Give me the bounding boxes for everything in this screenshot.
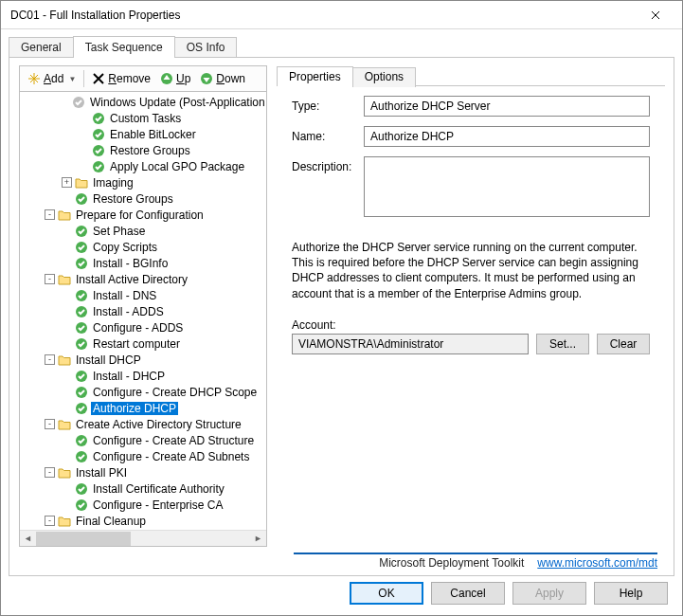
tab-os-info[interactable]: OS Info [174, 37, 238, 59]
tree-node[interactable]: Custom Tasks [22, 110, 267, 126]
close-icon [651, 10, 660, 20]
tree-node[interactable]: Install - ADDS [22, 303, 267, 319]
toolbar-separator [83, 70, 84, 87]
add-button[interactable]: Add ▼ [24, 70, 80, 87]
tree-node-label: Restore Groups [91, 192, 175, 206]
check-green-icon [74, 401, 88, 415]
tree-node[interactable]: Install Certificate Authority [22, 480, 267, 497]
tree-node[interactable]: Enable BitLocker [22, 126, 267, 142]
tree-connector [62, 387, 72, 397]
tree-node[interactable]: +Imaging [22, 174, 267, 190]
tree-node[interactable]: Apply Local GPO Package [22, 158, 267, 174]
properties-panel: Type: Name: Description: Authorize the D… [277, 96, 665, 575]
up-button[interactable]: Up [156, 70, 194, 87]
down-button[interactable]: Down [196, 70, 249, 87]
tree-connector [62, 499, 72, 510]
tree-node[interactable]: -Create Active Directory Structure [22, 416, 267, 432]
expand-icon[interactable]: + [62, 177, 72, 188]
tree-node[interactable]: Configure - ADDS [22, 319, 267, 335]
tree-node[interactable]: Configure - Create AD Structure [22, 432, 267, 448]
check-green-icon [74, 385, 88, 399]
tab-options[interactable]: Options [352, 67, 416, 87]
tab-general[interactable]: General [9, 37, 74, 59]
scroll-track[interactable] [36, 531, 250, 547]
tree-node-label: Imaging [91, 176, 135, 190]
tree-node[interactable]: Install - DNS [22, 287, 267, 303]
name-field[interactable] [364, 126, 650, 147]
check-green-icon [74, 256, 88, 270]
tree-node[interactable]: Configure - Enterprise CA [22, 497, 267, 513]
scroll-left-icon[interactable]: ◄ [20, 531, 36, 547]
tree-node-label: Windows Update (Post-Application Ins [88, 96, 267, 109]
scroll-right-icon[interactable]: ► [250, 531, 266, 547]
close-button[interactable] [637, 2, 674, 28]
tree-connector [62, 258, 72, 268]
description-field[interactable] [364, 156, 650, 217]
tree-node[interactable]: -Final Cleanup [22, 513, 267, 529]
check-green-icon [74, 191, 88, 206]
tree-connector [62, 242, 72, 252]
right-pane: Properties Options Type: Name: Descripti… [277, 65, 665, 566]
folder-icon [57, 465, 71, 480]
collapse-icon[interactable]: - [45, 419, 55, 429]
inner-tabs: Properties Options [277, 65, 665, 86]
tree-node-label: Copy Scripts [91, 241, 159, 254]
collapse-icon[interactable]: - [45, 209, 55, 220]
collapse-icon[interactable]: - [45, 516, 55, 526]
check-green-icon [74, 336, 88, 351]
tree-connector [79, 113, 89, 123]
folder-icon [57, 417, 71, 431]
brand-link[interactable]: www.microsoft.com/mdt [537, 556, 657, 570]
remove-button[interactable]: Remove [88, 70, 154, 87]
tab-task-sequence[interactable]: Task Sequence [73, 36, 175, 58]
tree-node[interactable]: -Install Active Directory [22, 271, 267, 287]
tree-node-label: Create Active Directory Structure [74, 418, 243, 431]
check-green-icon [74, 498, 88, 512]
folder-icon [57, 208, 71, 222]
tree-node[interactable]: -Install DHCP [22, 352, 267, 368]
account-field [292, 334, 529, 354]
tree-connector [62, 193, 72, 204]
collapse-icon[interactable]: - [45, 274, 55, 284]
type-label: Type: [292, 96, 364, 113]
tree-node[interactable]: -Prepare for Configuration [22, 207, 267, 223]
arrow-down-icon [200, 72, 213, 85]
tree-node[interactable]: Restore Groups [22, 190, 267, 207]
horizontal-scrollbar[interactable]: ◄ ► [20, 530, 266, 546]
folder-icon [57, 514, 71, 528]
add-icon [27, 72, 41, 85]
scroll-thumb[interactable] [36, 532, 131, 546]
tree-node[interactable]: Windows Update (Post-Application Ins [22, 94, 267, 110]
help-button[interactable]: Help [594, 582, 668, 605]
set-button[interactable]: Set... [536, 334, 589, 354]
ok-button[interactable]: OK [350, 582, 423, 605]
tree-node[interactable]: Authorize DHCP [22, 400, 267, 416]
tree-node[interactable]: Restore Groups [22, 142, 267, 158]
tree-node[interactable]: Configure - Create AD Subnets [22, 448, 267, 464]
tree-node[interactable]: Set Phase [22, 223, 267, 239]
collapse-icon[interactable]: - [45, 354, 55, 365]
tree-node-label: Configure - ADDS [91, 321, 185, 335]
tree-connector [62, 226, 72, 236]
task-tree[interactable]: Windows Update (Post-Application InsCust… [19, 92, 267, 547]
tree-node[interactable]: Copy Scripts [22, 239, 267, 255]
up-label: Up [176, 72, 190, 85]
tab-properties[interactable]: Properties [277, 66, 353, 86]
check-green-icon [74, 481, 88, 496]
window-title: DC01 - Full Installation Properties [10, 9, 637, 22]
clear-button[interactable]: Clear [597, 334, 650, 354]
tree-node[interactable]: -Install PKI [22, 464, 267, 480]
tree-node[interactable]: Install - DHCP [22, 368, 267, 384]
check-green-icon [74, 288, 88, 302]
tree-node[interactable]: Install - BGInfo [22, 255, 267, 271]
collapse-icon[interactable]: - [45, 467, 55, 478]
tree-connector [62, 483, 72, 494]
tree-node[interactable]: Configure - Create DHCP Scope [22, 384, 267, 400]
tree-node[interactable]: Restart computer [22, 335, 267, 352]
tree-node-label: Final Cleanup [74, 515, 148, 528]
outer-tabs: General Task Sequence OS Info [9, 35, 682, 57]
tree-node-label: Configure - Create AD Subnets [91, 450, 251, 463]
remove-label: Remove [108, 72, 151, 85]
tree-connector [62, 306, 72, 317]
cancel-button[interactable]: Cancel [431, 582, 505, 605]
